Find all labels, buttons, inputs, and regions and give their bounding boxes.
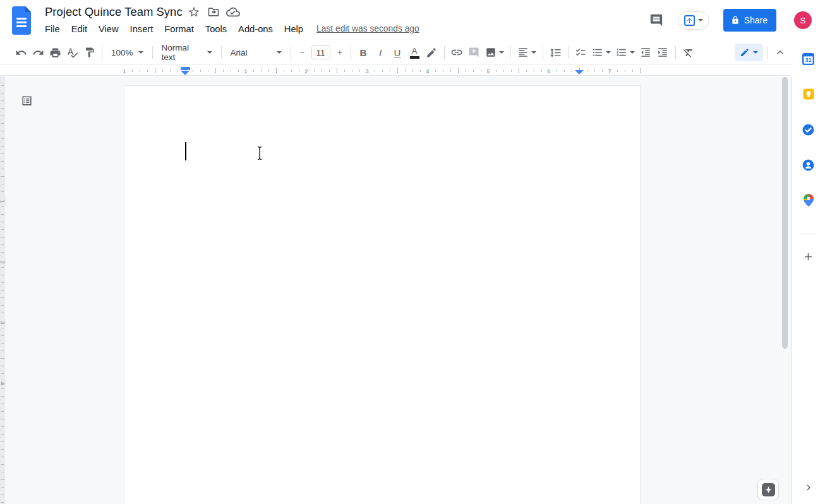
document-area: 1234 <box>0 76 792 504</box>
paragraph-style-select[interactable]: Normal text <box>157 44 217 61</box>
menu-file[interactable]: File <box>45 23 66 35</box>
present-arrow-icon <box>684 15 695 26</box>
bulleted-list-button[interactable] <box>589 44 613 61</box>
show-document-outline-button[interactable] <box>19 93 34 108</box>
last-edit-link[interactable]: Last edit was seconds ago <box>316 24 419 33</box>
zoom-value: 100% <box>111 48 133 57</box>
contacts-icon <box>802 159 814 171</box>
open-comments-icon[interactable] <box>647 11 665 29</box>
document-status-cloud-icon[interactable] <box>225 4 241 20</box>
ruler-number: 5 <box>485 68 491 75</box>
ruler-number: 4 <box>425 68 430 75</box>
menu-edit[interactable]: Edit <box>66 23 93 35</box>
checklist-button[interactable] <box>572 44 589 61</box>
clear-formatting-button[interactable] <box>680 44 697 61</box>
font-size-control: 11 <box>295 44 347 61</box>
google-contacts-button[interactable] <box>798 155 819 175</box>
google-calendar-button[interactable]: 31 <box>798 49 819 69</box>
zoom-select[interactable]: 100% <box>106 44 148 61</box>
docs-logo-icon[interactable] <box>11 6 33 35</box>
toolbar-separator <box>510 46 511 59</box>
menu-tools[interactable]: Tools <box>200 23 232 35</box>
font-family-select[interactable]: Arial <box>226 44 287 61</box>
hide-side-panel-button[interactable] <box>798 477 819 498</box>
add-comment-button[interactable] <box>466 44 483 61</box>
document-page[interactable] <box>124 85 641 504</box>
menu-insert[interactable]: Insert <box>124 23 159 35</box>
align-button[interactable] <box>515 44 539 61</box>
text-color-button[interactable]: A <box>406 44 423 61</box>
star-icon[interactable] <box>186 4 202 20</box>
chevron-up-icon <box>774 46 786 59</box>
google-keep-button[interactable] <box>798 84 819 104</box>
decrease-indent-icon <box>640 47 651 58</box>
link-icon <box>450 46 463 59</box>
toolbar-separator <box>351 46 351 59</box>
explore-icon <box>762 483 775 496</box>
document-title[interactable]: Project Quince Team Sync <box>45 5 183 19</box>
decrease-indent-button[interactable] <box>637 44 654 61</box>
insert-link-button[interactable] <box>449 44 466 61</box>
numbered-list-button[interactable] <box>613 44 637 61</box>
ruler-number: 2 <box>0 258 6 266</box>
ruler-number: 7 <box>606 68 612 75</box>
get-add-ons-button[interactable] <box>798 246 819 267</box>
text-cursor <box>185 142 186 160</box>
highlight-color-button[interactable] <box>423 44 440 61</box>
line-spacing-button[interactable] <box>547 44 564 61</box>
account-avatar[interactable]: S <box>794 11 812 29</box>
google-maps-button[interactable] <box>798 190 819 210</box>
redo-button[interactable] <box>30 44 47 61</box>
menu-help[interactable]: Help <box>279 23 309 35</box>
ruler-number: 1 <box>243 68 248 75</box>
spelling-check-button[interactable] <box>64 44 81 61</box>
increase-font-size-button[interactable] <box>333 44 347 61</box>
title-row: Project Quince Team Sync <box>45 4 419 20</box>
ruler-number: 2 <box>303 68 309 75</box>
underline-button[interactable]: U <box>389 44 406 61</box>
paint-format-button[interactable] <box>81 44 98 61</box>
move-to-folder-icon[interactable] <box>205 4 222 20</box>
toolbar: 100% Normal text Arial 11 B I U A <box>0 40 825 65</box>
avatar-initial: S <box>800 16 805 25</box>
pencil-icon <box>740 47 750 57</box>
add-comment-icon <box>468 47 479 58</box>
ruler-number: 1 <box>121 68 127 75</box>
font-size-input[interactable]: 11 <box>311 45 330 59</box>
toolbar-separator <box>152 46 153 59</box>
image-icon <box>485 47 497 58</box>
plus-icon <box>802 251 814 263</box>
print-button[interactable] <box>47 44 64 61</box>
explore-button[interactable] <box>757 479 779 500</box>
highlighter-icon <box>426 47 437 58</box>
ruler-number: 4 <box>0 380 6 387</box>
menu-format[interactable]: Format <box>159 23 200 35</box>
menu-view[interactable]: View <box>93 23 124 35</box>
insert-image-button[interactable] <box>483 44 507 61</box>
right-indent-marker[interactable] <box>575 70 584 75</box>
app-header: Project Quince Team Sync File Edit View … <box>0 0 825 40</box>
keep-icon <box>803 88 814 100</box>
horizontal-ruler: 11234567 <box>0 66 792 76</box>
text-color-icon: A <box>410 47 419 59</box>
bold-button[interactable]: B <box>355 44 372 61</box>
left-indent-marker[interactable] <box>181 67 190 75</box>
hide-menus-button[interactable] <box>771 44 788 61</box>
editing-mode-button[interactable] <box>735 44 763 61</box>
menu-addons[interactable]: Add-ons <box>232 23 279 35</box>
toolbar-separator <box>543 46 543 59</box>
left-indent-triangle-icon <box>181 71 190 75</box>
decrease-font-size-button[interactable] <box>295 44 309 61</box>
vertical-scrollbar-thumb[interactable] <box>782 77 788 349</box>
ruler-number: 6 <box>546 68 551 75</box>
google-tasks-button[interactable] <box>798 119 819 140</box>
image-caret-icon <box>499 51 504 54</box>
present-button[interactable] <box>678 11 709 30</box>
first-line-indent-marker[interactable] <box>181 67 190 70</box>
italic-icon: I <box>379 48 382 57</box>
share-button[interactable]: Share <box>723 9 776 32</box>
increase-indent-button[interactable] <box>654 44 671 61</box>
italic-button[interactable]: I <box>372 44 389 61</box>
ruler-number: 1 <box>0 198 6 205</box>
undo-button[interactable] <box>13 44 30 61</box>
